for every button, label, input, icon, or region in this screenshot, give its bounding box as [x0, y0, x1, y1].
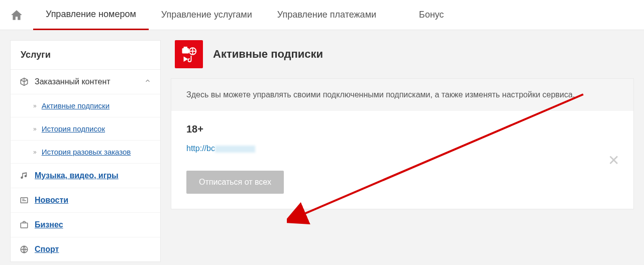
sidebar-item-sport[interactable]: Спорт — [11, 237, 160, 261]
close-icon[interactable]: ✕ — [608, 152, 619, 169]
sidebar-sub-label: История подписок — [42, 124, 105, 133]
age-tag: 18+ — [186, 123, 618, 135]
bullet-icon: » — [33, 125, 37, 132]
ball-icon — [20, 245, 29, 254]
tab-label: Управление платежами — [277, 10, 376, 20]
tab-manage-number[interactable]: Управление номером — [33, 0, 149, 30]
tab-manage-payments[interactable]: Управление платежами — [265, 0, 389, 30]
category-badge-icon — [175, 40, 203, 68]
sidebar-item-music-video-games[interactable]: Музыка, видео, игры — [11, 164, 160, 188]
url-blurred-part — [215, 146, 255, 153]
subscription-url[interactable]: http://bс — [186, 144, 618, 153]
chevron-up-icon — [144, 77, 151, 86]
url-prefix: http://bс — [186, 144, 215, 153]
bullet-icon: » — [33, 149, 37, 156]
sidebar-label: Спорт — [35, 245, 59, 254]
news-icon — [20, 196, 29, 205]
card-intro-text: Здесь вы можете управлять своими подключ… — [171, 79, 633, 111]
sidebar-label: Новости — [35, 196, 68, 205]
svg-rect-5 — [182, 48, 189, 54]
sidebar-item-business[interactable]: Бизнес — [11, 213, 160, 237]
main-content: Активные подписки Здесь вы можете управл… — [171, 40, 634, 209]
sidebar-sub-one-time-history[interactable]: » История разовых заказов — [11, 141, 160, 164]
button-label: Отписаться от всех — [199, 178, 271, 186]
sidebar-label: Музыка, видео, игры — [35, 171, 119, 180]
cube-icon — [20, 77, 29, 86]
svg-rect-3 — [21, 223, 28, 228]
sidebar-sub-subscription-history[interactable]: » История подписок — [11, 117, 160, 141]
unsubscribe-all-button[interactable]: Отписаться от всех — [186, 171, 284, 194]
sidebar-sub-active-subscriptions[interactable]: » Активные подписки — [11, 94, 160, 117]
sidebar: Услуги Заказанный контент » Активные под… — [10, 40, 161, 262]
tab-bonus[interactable]: Бонус — [389, 0, 457, 30]
sidebar-section-ordered-content[interactable]: Заказанный контент — [11, 70, 160, 94]
tab-manage-services[interactable]: Управление услугами — [149, 0, 265, 30]
sidebar-label: Заказанный контент — [35, 77, 111, 86]
briefcase-icon — [20, 220, 29, 229]
bullet-icon: » — [33, 102, 37, 109]
subscriptions-card: Здесь вы можете управлять своими подключ… — [171, 78, 634, 209]
sidebar-label: Бизнес — [35, 220, 63, 229]
page-title: Активные подписки — [213, 48, 323, 61]
top-navigation: Управление номером Управление услугами У… — [0, 0, 644, 30]
sidebar-title: Услуги — [11, 41, 160, 70]
tab-label: Управление услугами — [161, 10, 252, 20]
sidebar-sub-label: Активные подписки — [42, 101, 110, 110]
svg-rect-6 — [184, 47, 188, 49]
sidebar-sub-label: История разовых заказов — [42, 148, 131, 156]
music-note-icon — [20, 171, 29, 180]
sidebar-item-news[interactable]: Новости — [11, 188, 160, 213]
tab-label: Бонус — [419, 10, 444, 20]
svg-line-10 — [302, 94, 583, 215]
home-icon[interactable] — [10, 9, 23, 22]
tab-label: Управление номером — [46, 9, 136, 20]
